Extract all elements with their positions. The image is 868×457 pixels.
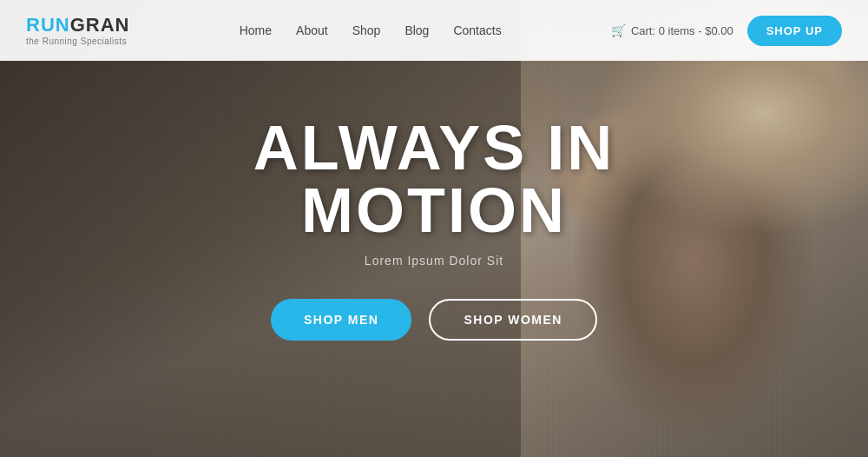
nav-item-blog[interactable]: Blog [404,23,429,38]
cart-label: Cart: 0 items - $0.00 [631,24,733,37]
nav-links: Home About Shop Blog Contacts [240,23,502,38]
nav-link-blog[interactable]: Blog [404,23,429,37]
cart-icon: 🛒 [611,23,626,37]
page-wrapper: RUNGRAN the Running Specialists Home Abo… [0,0,868,457]
logo-run: RUN [26,14,70,36]
nav-right: 🛒 Cart: 0 items - $0.00 SHOP UP [611,16,842,46]
logo-text: RUNGRAN [26,16,129,35]
nav-item-home[interactable]: Home [240,23,272,38]
hero-subtitle: Lorem Ipsum Dolor Sit [130,254,738,268]
logo-tagline: the Running Specialists [26,36,129,46]
logo: RUNGRAN the Running Specialists [26,16,129,46]
hero-content: ALWAYS IN MOTION Lorem Ipsum Dolor Sit S… [130,116,738,341]
shop-men-button[interactable]: SHOP MEN [271,299,411,341]
nav-link-contacts[interactable]: Contacts [453,23,501,37]
shop-up-button[interactable]: SHOP UP [747,16,842,46]
nav-item-shop[interactable]: Shop [352,23,381,38]
nav-link-shop[interactable]: Shop [352,23,381,37]
nav-link-about[interactable]: About [296,23,328,37]
cart-info[interactable]: 🛒 Cart: 0 items - $0.00 [611,23,733,37]
logo-gran: GRAN [70,14,130,36]
hero-title: ALWAYS IN MOTION [130,116,738,242]
nav-link-home[interactable]: Home [240,23,272,37]
navbar: RUNGRAN the Running Specialists Home Abo… [0,0,868,61]
hero-buttons: SHOP MEN SHOP WOMEN [130,299,738,341]
nav-item-about[interactable]: About [296,23,328,38]
shop-women-button[interactable]: SHOP WOMEN [429,299,597,341]
nav-item-contacts[interactable]: Contacts [453,23,501,38]
